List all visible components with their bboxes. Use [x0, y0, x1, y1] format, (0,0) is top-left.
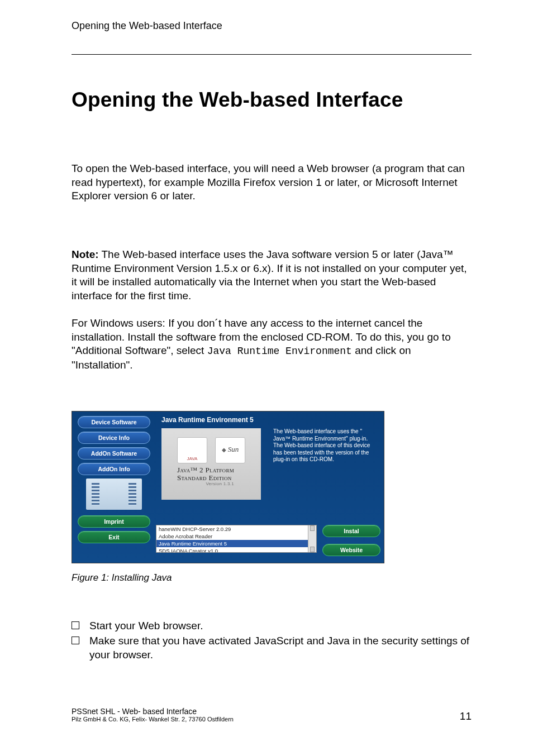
- page: Opening the Web-based Interface Opening …: [0, 0, 533, 756]
- running-header: Opening the Web-based Interface: [72, 20, 472, 54]
- list-option[interactable]: haneWIN DHCP-Server 2.0.29: [156, 525, 316, 533]
- nav-imprint[interactable]: Imprint: [78, 515, 150, 528]
- java-platform-label: Java™ 2 Platform Standard Edition Versio…: [177, 466, 234, 486]
- step-list: Start your Web browser. Make sure that y…: [72, 619, 472, 662]
- java-cup-icon: JAVA: [177, 437, 207, 463]
- java-platform-version: Version 1.3.1: [177, 482, 234, 486]
- java-platform-line2: Standard Edition: [177, 473, 232, 482]
- figure-panel: Java Runtime Environment 5 JAVA Sun Java…: [156, 412, 384, 563]
- nav-device-software[interactable]: Device Software: [78, 416, 150, 428]
- page-number: 11: [460, 710, 472, 722]
- website-button[interactable]: Website: [322, 544, 380, 556]
- install-button[interactable]: Instal: [322, 525, 380, 537]
- list-option[interactable]: Adobe Acrobat Reader: [156, 533, 316, 540]
- step-item: Start your Web browser.: [72, 619, 472, 633]
- panel-description: The Web-based interface uses the " Java™…: [273, 428, 378, 463]
- footer-product: PSSnet SHL - Web- based Interface: [72, 707, 472, 716]
- list-option[interactable]: SDS IAONA Creator v1.0: [156, 547, 316, 553]
- figure-screenshot: Device Software Device Info AddOn Softwa…: [72, 411, 384, 563]
- header-rule: [72, 54, 472, 55]
- nav-addon-software[interactable]: AddOn Software: [78, 447, 150, 460]
- intro-paragraph: To open the Web-based interface, you wil…: [72, 162, 472, 203]
- windows-code: Java Runtime Environment: [207, 346, 352, 357]
- panel-bottom-row: haneWIN DHCP-Server 2.0.29 Adobe Acrobat…: [156, 525, 380, 559]
- list-option-selected[interactable]: Java Runtime Environment 5: [156, 540, 316, 547]
- note-paragraph: Note: The Web-based interface uses the J…: [72, 248, 472, 303]
- panel-upper: JAVA Sun Java™ 2 Platform Standard Editi…: [161, 428, 378, 500]
- page-footer: PSSnet SHL - Web- based Interface Pilz G…: [72, 707, 472, 722]
- nav-exit[interactable]: Exit: [78, 531, 150, 543]
- panel-title: Java Runtime Environment 5: [161, 416, 378, 424]
- sun-logo-icon: Sun: [215, 437, 245, 463]
- nav-device-info[interactable]: Device Info: [78, 432, 150, 444]
- java-badges: JAVA Sun: [177, 437, 245, 463]
- figure-nav: Device Software Device Info AddOn Softwa…: [72, 412, 156, 563]
- footer-company: Pilz GmbH & Co. KG, Felix- Wankel Str. 2…: [72, 716, 472, 722]
- figure-wrap: Device Software Device Info AddOn Softwa…: [72, 411, 472, 583]
- scrollbar[interactable]: [308, 525, 316, 552]
- java-area: JAVA Sun Java™ 2 Platform Standard Editi…: [161, 428, 261, 500]
- figure-caption: Figure 1: Installing Java: [72, 572, 472, 583]
- device-thumbnail-icon: [86, 479, 142, 510]
- step-item: Make sure that you have activated JavaSc…: [72, 634, 472, 662]
- figure-caption-text: Installing Java: [109, 572, 172, 583]
- note-label: Note:: [72, 248, 99, 260]
- spacer: [72, 217, 472, 248]
- figure-caption-label: Figure 1:: [72, 572, 109, 583]
- action-buttons: Instal Website: [322, 525, 380, 559]
- note-body: The Web-based interface uses the Java so…: [72, 248, 467, 302]
- nav-addon-info[interactable]: AddOn Info: [78, 463, 150, 475]
- windows-paragraph: For Windows users: If you don´t have any…: [72, 317, 472, 372]
- software-listbox[interactable]: haneWIN DHCP-Server 2.0.29 Adobe Acrobat…: [156, 525, 317, 553]
- chapter-title: Opening the Web-based Interface: [72, 88, 472, 112]
